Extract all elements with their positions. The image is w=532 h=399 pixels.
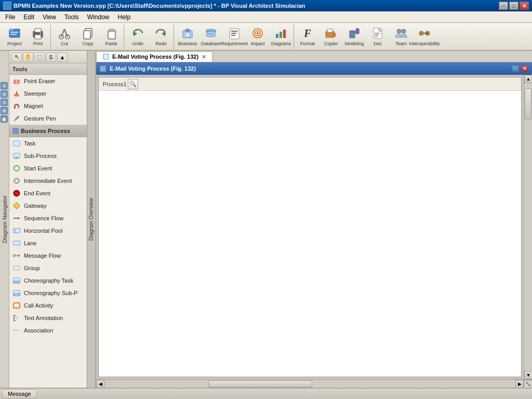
maximize-button[interactable]: □ — [509, 2, 518, 10]
toolbar-interoperability-button[interactable]: Interoperability — [413, 25, 436, 48]
scroll-track-vertical[interactable] — [524, 83, 532, 371]
scroll-left-btn[interactable]: ◀ — [96, 380, 104, 388]
tool-horizontal-pool[interactable]: Horizontal Pool ▶ — [9, 224, 95, 237]
tool-point-eraser[interactable]: Point Eraser — [9, 75, 95, 87]
svg-rect-28 — [231, 33, 236, 34]
business-process-header[interactable]: Business Process + — [9, 125, 95, 137]
scroll-up-btn[interactable]: ▲ — [524, 75, 532, 83]
text-annotation-icon — [12, 314, 21, 322]
canvas-search-btn[interactable]: 🔍 — [128, 79, 138, 89]
diagram-canvas-area: Process1 🔍 Yes Discussion — [96, 75, 532, 379]
toolbar-copy-button[interactable]: Copy — [76, 25, 99, 48]
tool-choreography-task[interactable]: Choreography Task ▶ — [9, 274, 95, 287]
select-tool-btn[interactable]: ↖ — [11, 52, 22, 62]
tool-end-event[interactable]: End Event ▶ — [9, 187, 95, 200]
print-label: Print — [33, 42, 43, 47]
scroll-thumb-horizontal[interactable] — [208, 380, 312, 388]
scroll-thumb-vertical[interactable] — [525, 88, 531, 119]
marquee-tool-btn[interactable]: ⬚ — [34, 52, 45, 62]
tool-subprocess[interactable]: Sub-Process ▶ — [9, 150, 95, 162]
menu-bar: File Edit View Tools Window Help — [0, 11, 532, 23]
tab-close-btn[interactable]: ✕ — [202, 54, 206, 60]
toolbar-copier-button[interactable]: Copier — [320, 25, 342, 48]
svg-rect-58 — [18, 107, 19, 109]
toolbar-doc-button[interactable]: Doc — [366, 25, 389, 48]
toolbar-undo-button[interactable]: Undo — [126, 25, 149, 48]
toolbar-requirement-button[interactable]: Requirement — [223, 25, 246, 48]
menu-window[interactable]: Window — [83, 12, 114, 22]
toolbar-business-button[interactable]: Business — [176, 25, 199, 48]
hand-tool-btn[interactable]: ✋ — [23, 52, 33, 62]
tool-message-flow[interactable]: Message Flow ▶ — [9, 249, 95, 262]
svg-rect-54 — [16, 80, 18, 84]
resize-corner[interactable]: ⤡ — [524, 380, 532, 388]
tool-group[interactable]: Group — [9, 262, 95, 274]
svg-point-49 — [419, 31, 423, 35]
scroll-right-btn[interactable]: ▶ — [515, 380, 524, 388]
svg-point-25 — [206, 34, 216, 37]
tool-sweeper[interactable]: Sweeper — [9, 87, 95, 100]
menu-view[interactable]: View — [38, 12, 60, 22]
menu-tools[interactable]: Tools — [60, 12, 83, 22]
tab-email-voting[interactable]: E-Mail Voting Process (Fig. 132) ✕ — [96, 51, 212, 62]
fit-tool-btn[interactable]: ▲ — [57, 52, 68, 62]
scroll-track-horizontal[interactable] — [104, 380, 515, 388]
svg-point-76 — [13, 255, 15, 257]
nav-btn-4[interactable]: ⊠ — [1, 107, 8, 114]
svg-rect-83 — [16, 295, 18, 296]
menu-edit[interactable]: Edit — [19, 12, 38, 22]
nav-btn-3[interactable]: ⊟ — [1, 99, 8, 106]
menu-file[interactable]: File — [1, 12, 19, 22]
panel-toolbar: ↖ ✋ ⬚ S ▲ — [9, 51, 95, 63]
tool-start-event[interactable]: Start Event ▶ — [9, 162, 95, 175]
tool-gateway[interactable]: Gateway ▶ — [9, 200, 95, 212]
tool-gateway-label: Gateway — [24, 203, 46, 209]
tool-magnet[interactable]: Magnet — [9, 100, 95, 112]
tool-task[interactable]: Task ▶ — [9, 137, 95, 150]
minimize-button[interactable]: ─ — [499, 2, 508, 10]
scroll-down-btn[interactable]: ▼ — [524, 371, 532, 379]
diagrams-icon — [274, 26, 288, 41]
svg-marker-16 — [134, 31, 137, 36]
tool-text-annotation[interactable]: Text Annotation — [9, 312, 95, 324]
toolbar-diagrams-button[interactable]: Diagrams — [270, 25, 292, 48]
toolbar-cut-button[interactable]: Cut — [53, 25, 76, 48]
diagram-title-controls: □ ✕ — [511, 65, 529, 72]
menu-help[interactable]: Help — [114, 12, 135, 22]
nav-btn-1[interactable]: ⊕ — [1, 82, 8, 89]
tool-call-activity[interactable]: Call Activity ▶ — [9, 299, 95, 312]
svg-point-32 — [257, 32, 259, 34]
toolbar-redo-button[interactable]: Redo — [150, 25, 172, 48]
diagram-restore-btn[interactable]: □ — [511, 65, 520, 72]
toolbar-print-button[interactable]: Print — [26, 25, 49, 48]
toolbar-impact-button[interactable]: Impact — [246, 25, 269, 48]
nav-btn-5[interactable]: 📋 — [1, 115, 8, 123]
toolbar-database-button[interactable]: Database — [200, 25, 222, 48]
svg-rect-80 — [14, 281, 20, 283]
close-button[interactable]: ✕ — [520, 2, 529, 10]
tool-association[interactable]: Association — [9, 324, 95, 337]
tool-intermediate-event[interactable]: Intermediate Event ▶ — [9, 175, 95, 187]
toolbar-paste-button[interactable]: Paste — [100, 25, 123, 48]
svg-rect-5 — [35, 29, 41, 32]
tool-lane[interactable]: Lane — [9, 237, 95, 249]
diagram-canvas[interactable]: Process1 🔍 Yes Discussion — [98, 77, 522, 377]
toolbar-format-button[interactable]: F Format — [296, 25, 319, 48]
svg-rect-57 — [14, 107, 16, 109]
svg-marker-71 — [18, 217, 20, 219]
tool-choreography-subprocess[interactable]: Choreography Sub-P ▶ — [9, 287, 95, 299]
tool-gesture-pen[interactable]: Gesture Pen — [9, 112, 95, 125]
nav-btn-2[interactable]: ⊞ — [1, 90, 8, 98]
point-eraser-icon — [12, 77, 21, 85]
text-tool-btn[interactable]: S — [46, 52, 56, 62]
status-message-tab[interactable]: Message — [2, 389, 37, 398]
svg-point-65 — [14, 166, 19, 171]
diagram-overview-tab[interactable]: Diagram Overview — [87, 51, 95, 388]
diagram-navigator-tab[interactable]: Diagram Navigator ⊕ ⊞ ⊟ ⊠ 📋 — [0, 51, 9, 388]
svg-rect-89 — [100, 65, 106, 72]
toolbar-project-button[interactable]: Project — [3, 25, 26, 48]
tool-sequence-flow[interactable]: Sequence Flow ▶ — [9, 212, 95, 224]
redo-label: Redo — [155, 42, 167, 47]
toolbar-modeling-button[interactable]: Modeling — [343, 25, 366, 48]
diagram-close-btn[interactable]: ✕ — [521, 65, 529, 72]
